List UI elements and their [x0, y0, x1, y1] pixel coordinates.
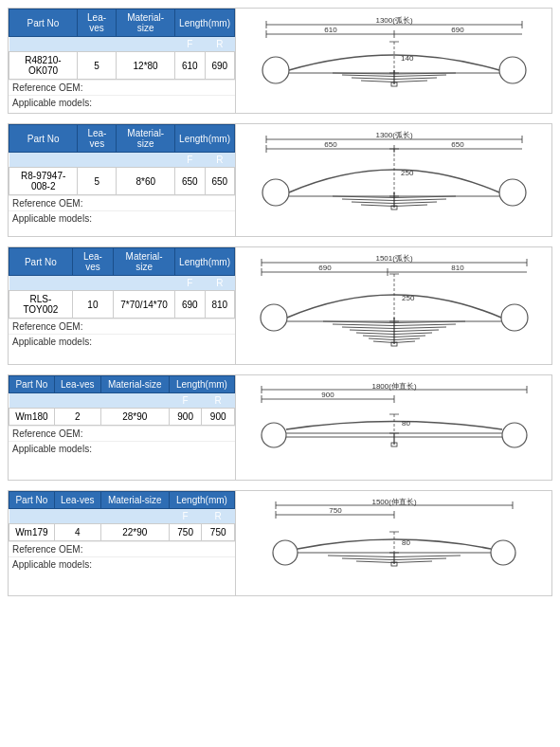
svg-point-10 [262, 57, 289, 83]
svg-text:650: 650 [324, 140, 337, 149]
material-value-3: 7*70/14*70 [114, 291, 175, 319]
col-leaves-4: Lea-ves [54, 376, 100, 393]
col-part-no-3: Part No [9, 248, 73, 276]
applicable-models-2: Applicable models: [9, 210, 235, 226]
col-f-5: F [169, 509, 202, 524]
col-leaves-3: Lea-ves [72, 248, 113, 276]
spring-svg-2: 1300(弧长) 650 650 250 [247, 128, 541, 232]
col-leaves-2: Lea-ves [78, 125, 117, 153]
length-f-value-4: 900 [169, 409, 202, 426]
svg-text:1300(弧长): 1300(弧长) [375, 16, 412, 25]
svg-point-63 [502, 423, 527, 447]
applicable-models-4: Applicable models: [9, 441, 235, 456]
length-r-value-3: 810 [205, 291, 234, 319]
length-f-value: 610 [175, 52, 205, 80]
svg-text:1500(伸直长): 1500(伸直长) [371, 498, 416, 506]
col-length-4: Length(mm) [169, 376, 234, 393]
svg-text:1800(伸直长): 1800(伸直长) [371, 382, 416, 391]
col-r-5: R [202, 509, 235, 524]
col-part-no-2: Part No [9, 125, 78, 153]
length-r-value-2: 650 [205, 168, 234, 195]
part-no-value-4: Wm180 [9, 409, 55, 426]
spring-svg-3: 1501(弧长) 690 810 [247, 251, 541, 360]
spring-svg-4: 1800(伸直长) 900 80 [247, 380, 541, 475]
sub-empty [9, 37, 175, 52]
svg-point-28 [262, 179, 289, 206]
left-panel-4: Part No Lea-ves Material-size Length(mm)… [9, 375, 236, 480]
svg-point-80 [273, 540, 298, 565]
material-value-4: 28*90 [100, 409, 169, 426]
svg-text:810: 810 [451, 264, 464, 272]
card-1: Part No Lea-ves Material-size Length(mm)… [8, 8, 552, 114]
leaves-value: 5 [77, 52, 116, 80]
svg-text:80: 80 [402, 538, 410, 547]
part-no-value-2: R8-97947-008-2 [9, 168, 78, 195]
svg-text:650: 650 [451, 140, 464, 149]
col-part-no-4: Part No [9, 376, 55, 393]
svg-point-11 [499, 57, 526, 83]
svg-text:900: 900 [321, 391, 334, 399]
col-r: R [205, 37, 234, 52]
length-r-value-5: 750 [202, 524, 235, 541]
svg-text:610: 610 [324, 26, 337, 34]
length-f-value-2: 650 [175, 168, 205, 195]
svg-text:80: 80 [402, 419, 410, 428]
applicable-models-3: Applicable models: [9, 334, 235, 349]
col-r-3: R [205, 276, 234, 291]
leaves-value-3: 10 [72, 291, 113, 319]
svg-text:140: 140 [401, 54, 414, 63]
length-f-value-3: 690 [175, 291, 205, 319]
col-material-3: Material-size [114, 248, 175, 276]
col-length-3: Length(mm) [175, 248, 235, 276]
card-5: Part No Lea-ves Material-size Length(mm)… [8, 490, 552, 596]
col-r-4: R [202, 393, 235, 409]
length-r-value-4: 900 [202, 409, 235, 426]
col-material-2: Material-size [117, 125, 175, 153]
svg-point-46 [261, 304, 287, 331]
material-value-2: 8*60 [117, 168, 175, 195]
diagram-3: 1501(弧长) 690 810 [236, 247, 551, 364]
svg-point-81 [491, 540, 515, 565]
spring-svg-5: 1500(伸直长) 750 80 [247, 496, 541, 591]
left-panel-2: Part No Lea-ves Material-size Length(mm)… [9, 124, 236, 236]
svg-point-47 [501, 304, 528, 331]
applicable-models-1: Applicable models: [9, 95, 235, 110]
svg-text:690: 690 [451, 26, 464, 34]
col-length-5: Length(mm) [169, 492, 234, 509]
left-panel-1: Part No Lea-ves Material-size Length(mm)… [9, 9, 236, 113]
svg-point-62 [262, 423, 286, 447]
col-r-2: R [205, 153, 234, 168]
svg-text:750: 750 [329, 506, 342, 515]
spring-svg-1: 1300(弧长) 610 690 140 [247, 13, 541, 108]
col-leaves: Lea-ves [77, 9, 116, 37]
col-material-5: Material-size [100, 492, 169, 509]
left-panel-5: Part No Lea-ves Material-size Length(mm)… [9, 491, 236, 595]
reference-oem-2: Reference OEM: [9, 195, 235, 210]
reference-oem-1: Reference OEM: [9, 80, 235, 95]
col-part-no-5: Part No [9, 492, 55, 509]
part-no-value-3: RLS-TOY002 [9, 291, 73, 319]
part-no-value: R48210-OK070 [9, 52, 78, 80]
svg-text:690: 690 [318, 264, 332, 272]
col-length: Length(mm) [175, 9, 235, 37]
leaves-value-4: 2 [54, 409, 100, 426]
card-4: Part No Lea-ves Material-size Length(mm)… [8, 374, 552, 481]
diagram-2: 1300(弧长) 650 650 250 [236, 124, 551, 236]
col-f-2: F [175, 153, 205, 168]
svg-text:1300(弧长): 1300(弧长) [375, 131, 412, 139]
length-f-value-5: 750 [169, 524, 202, 541]
svg-text:1501(弧长): 1501(弧长) [375, 254, 412, 263]
svg-text:250: 250 [401, 169, 414, 177]
material-value: 12*80 [117, 52, 175, 80]
col-length-2: Length(mm) [175, 125, 235, 153]
svg-point-29 [499, 179, 526, 206]
leaves-value-2: 5 [78, 168, 117, 195]
col-f: F [175, 37, 205, 52]
col-material: Material-size [117, 9, 175, 37]
applicable-models-5: Applicable models: [9, 556, 235, 572]
svg-text:250: 250 [402, 294, 415, 302]
reference-oem-4: Reference OEM: [9, 426, 235, 441]
col-part-no: Part No [9, 9, 78, 37]
diagram-4: 1800(伸直长) 900 80 [236, 375, 551, 480]
reference-oem-3: Reference OEM: [9, 319, 235, 334]
